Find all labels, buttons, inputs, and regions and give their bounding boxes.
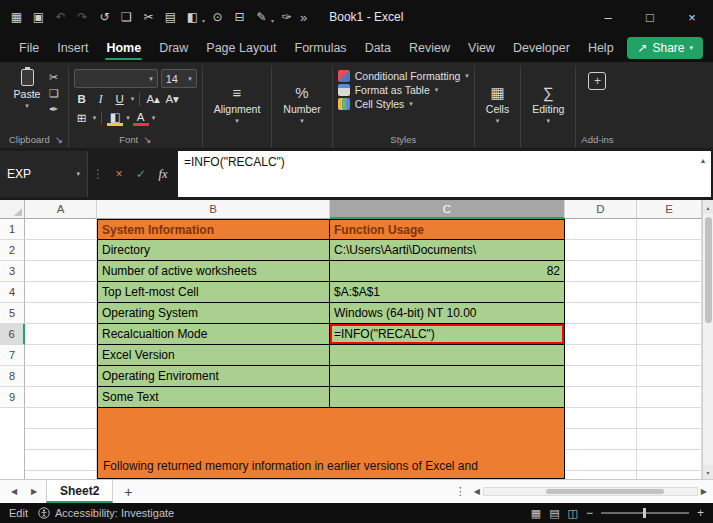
increase-font-size-icon[interactable]: A▴ (145, 91, 161, 107)
cell-E1[interactable] (637, 219, 702, 240)
insert-function-button[interactable]: fx (152, 151, 174, 197)
sheet-nav-left-icon[interactable]: ◀ (6, 487, 22, 496)
print-icon[interactable]: ⊟ (229, 6, 250, 28)
save-icon[interactable]: ▣ (28, 6, 49, 28)
number-button[interactable]: % Number ▾ (277, 66, 326, 148)
history-icon[interactable]: ↺ (94, 6, 115, 28)
dropdown-caret-icon[interactable]: ▾ (202, 17, 205, 24)
cell-D9[interactable] (565, 387, 637, 408)
row-header-9[interactable]: 9 (0, 387, 25, 408)
font-dialog-launcher-icon[interactable]: ↘ (143, 134, 151, 145)
row-header-4[interactable]: 4 (0, 282, 25, 303)
conditional-formatting-button[interactable]: Conditional Formatting ▾ (338, 70, 469, 82)
note-cell[interactable]: Following returned memory information in… (97, 408, 565, 479)
tab-home[interactable]: Home (97, 34, 150, 62)
format-painter-icon[interactable]: ✒ (49, 103, 59, 116)
page-break-view-icon[interactable]: ◫ (568, 507, 578, 520)
cut-icon[interactable]: ✂ (49, 71, 59, 84)
tab-help[interactable]: Help (579, 34, 623, 62)
cell-C6-active[interactable]: =INFO("RECALC") (330, 324, 565, 345)
underline-caret-icon[interactable]: ▾ (131, 95, 135, 103)
cell-B5[interactable]: Operating System (97, 303, 330, 324)
underline-button[interactable]: U (112, 91, 128, 107)
dropdown-caret-icon[interactable]: ▾ (271, 17, 274, 24)
cell-D4[interactable] (565, 282, 637, 303)
page-layout-view-icon[interactable]: ▤ (549, 507, 559, 520)
cell-A9[interactable] (25, 387, 97, 408)
cell-B3[interactable]: Number of active worksheets (97, 261, 330, 282)
italic-button[interactable]: I (93, 91, 109, 107)
cell-A1[interactable] (25, 219, 97, 240)
enter-button[interactable]: ✓ (130, 151, 152, 197)
paste-button[interactable]: Paste ▾ (9, 66, 45, 110)
qat-overflow-icon[interactable]: » (300, 10, 307, 25)
cell-E5[interactable] (637, 303, 702, 324)
formula-input[interactable]: =INFO("RECALC") ▴ (178, 151, 711, 197)
cell-D6[interactable] (565, 324, 637, 345)
tab-view[interactable]: View (459, 34, 504, 62)
hscroll-right-icon[interactable]: ▶ (701, 487, 707, 496)
cell-A7[interactable] (25, 345, 97, 366)
zoom-slider-thumb[interactable] (643, 508, 646, 518)
cell-A5[interactable] (25, 303, 97, 324)
cell-B4[interactable]: Top Left-most Cell (97, 282, 330, 303)
cell-C9[interactable] (330, 387, 565, 408)
sheet-nav-right-icon[interactable]: ▶ (26, 487, 42, 496)
tab-developer[interactable]: Developer (504, 34, 579, 62)
cell-E2[interactable] (637, 240, 702, 261)
maximize-button[interactable]: □ (629, 0, 671, 34)
share-button[interactable]: ↗ Share ▾ (627, 37, 703, 59)
cell-B7[interactable]: Excel Version (97, 345, 330, 366)
close-button[interactable]: × (671, 0, 713, 34)
camera-icon[interactable]: ⊙ (207, 6, 228, 28)
fill-color-icon[interactable]: ◧ (107, 111, 123, 126)
name-box[interactable]: EXP ▾ (0, 151, 88, 197)
column-header-e[interactable]: E (637, 200, 702, 219)
tab-page-layout[interactable]: Page Layout (197, 34, 285, 62)
cell-D8[interactable] (565, 366, 637, 387)
copy-icon[interactable]: ❏ (49, 87, 59, 100)
cut-icon[interactable]: ✂ (138, 6, 159, 28)
column-header-c[interactable]: C (330, 200, 565, 219)
apps-icon[interactable]: ▦ (6, 6, 27, 28)
vertical-scrollbar[interactable]: ▴ ▾ (702, 200, 713, 479)
font-color-caret-icon[interactable]: ▾ (152, 114, 156, 122)
accessibility-status[interactable]: Accessibility: Investigate (38, 507, 174, 519)
cell-B9[interactable]: Some Text (97, 387, 330, 408)
copy-icon[interactable]: ❏ (116, 6, 137, 28)
fill-color-icon[interactable]: ◧ (182, 6, 203, 28)
cancel-button[interactable]: × (108, 151, 130, 197)
cell-A6[interactable] (25, 324, 97, 345)
cell-C8[interactable] (330, 366, 565, 387)
scroll-down-icon[interactable]: ▾ (703, 465, 713, 479)
cell-A4[interactable] (25, 282, 97, 303)
cell-E6[interactable] (637, 324, 702, 345)
cell-C4[interactable]: $A:$A$1 (330, 282, 565, 303)
tab-review[interactable]: Review (400, 34, 459, 62)
borders-icon[interactable]: ⊞ (74, 110, 90, 126)
vertical-scroll-thumb[interactable] (705, 217, 712, 323)
formula-bar-collapse-icon[interactable]: ▴ (701, 155, 705, 165)
row-header-2[interactable]: 2 (0, 240, 25, 261)
cell-A3[interactable] (25, 261, 97, 282)
cell-E3[interactable] (637, 261, 702, 282)
cell-B6[interactable]: Recalcualtion Mode (97, 324, 330, 345)
row-header-5[interactable]: 5 (0, 303, 25, 324)
addins-icon[interactable]: + (588, 72, 606, 90)
draw-icon[interactable]: ✎ (251, 6, 272, 28)
row-header-3[interactable]: 3 (0, 261, 25, 282)
hscroll-left-icon[interactable]: ◀ (474, 487, 480, 496)
borders-caret-icon[interactable]: ▾ (93, 114, 97, 122)
minimize-button[interactable]: – (587, 0, 629, 34)
new-sheet-button[interactable]: + (117, 484, 139, 500)
cell-C2[interactable]: C:\Users\Aarti\Documents\ (330, 240, 565, 261)
horizontal-scrollbar[interactable]: ◀ ▶ (474, 487, 707, 496)
cell-A8[interactable] (25, 366, 97, 387)
zoom-in-button[interactable]: + (697, 506, 704, 520)
editing-button[interactable]: ∑ Editing ▾ (526, 66, 570, 148)
tab-insert[interactable]: Insert (48, 34, 97, 62)
row-header-7[interactable]: 7 (0, 345, 25, 366)
column-header-a[interactable]: A (25, 200, 97, 219)
redo-icon[interactable]: ↷ (72, 6, 93, 28)
cell-D5[interactable] (565, 303, 637, 324)
